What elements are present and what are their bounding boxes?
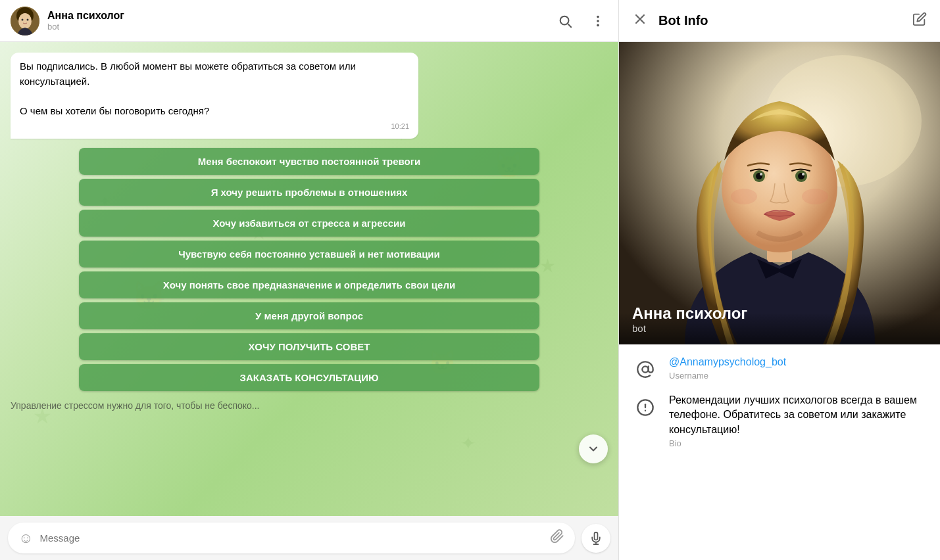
svg-point-3 xyxy=(22,18,24,20)
mic-button[interactable] xyxy=(581,524,610,553)
partial-message: Управление стрессом нужно для того, чтоб… xyxy=(0,395,618,413)
attach-button[interactable] xyxy=(550,529,564,547)
chat-panel: Анна психолог bot 🐱 🐱 xyxy=(0,0,618,560)
chat-body: 🐱 🐱 🐱 🐱 🐱 ★ ★ ★ ✦ ✦ ✦ Вы подписались. В … xyxy=(0,42,618,516)
svg-point-39 xyxy=(642,366,648,372)
bio-label: Bio xyxy=(669,438,927,448)
bio-row: Рекомендации лучших психологов всегда в … xyxy=(632,393,927,448)
svg-point-37 xyxy=(731,189,757,204)
info-panel-title: Bot Info xyxy=(658,13,902,28)
username-block: @Annamypsycholog_bot Username xyxy=(669,355,927,381)
chat-header-info: Анна психолог bot xyxy=(47,10,555,32)
info-header: Bot Info xyxy=(619,0,940,42)
svg-point-8 xyxy=(597,20,599,22)
scroll-down-button[interactable] xyxy=(579,434,608,463)
bot-info-panel: Bot Info xyxy=(618,0,940,560)
username-row: @Annamypsycholog_bot Username xyxy=(632,355,927,383)
info-icon xyxy=(632,394,658,421)
bot-option-3[interactable]: Хочу избавиться от стресса и агрессии xyxy=(79,210,539,237)
bio-text: Рекомендации лучших психологов всегда в … xyxy=(669,393,927,437)
svg-point-36 xyxy=(802,173,804,175)
message-text-1: Вы подписались. В любой момент вы можете… xyxy=(20,59,409,89)
bot-image-container: Анна психолог bot xyxy=(619,42,940,344)
more-button[interactable] xyxy=(588,11,608,31)
username-label: Username xyxy=(669,371,927,381)
bot-option-1[interactable]: Меня беспокоит чувство постоянной тревог… xyxy=(79,148,539,175)
bio-block: Рекомендации лучших психологов всегда в … xyxy=(669,393,927,448)
info-details: @Annamypsycholog_bot Username Рекомендац… xyxy=(619,344,940,459)
bot-option-2[interactable]: Я хочу решить проблемы в отношениях xyxy=(79,179,539,206)
at-icon xyxy=(632,356,658,383)
username-text[interactable]: @Annamypsycholog_bot xyxy=(669,355,927,369)
bot-image-name: Анна психолог xyxy=(632,304,927,323)
svg-text:✦: ✦ xyxy=(460,433,476,454)
message-text-2: О чем вы хотели бы поговорить сегодня? xyxy=(20,104,409,119)
svg-point-2 xyxy=(18,13,32,29)
message-input-box: ☺ xyxy=(8,523,575,553)
message-time: 10:21 xyxy=(20,121,409,132)
bot-option-4[interactable]: Чувствую себя постоянно уставшей и нет м… xyxy=(79,241,539,268)
bot-option-5[interactable]: Хочу понять свое предназначение и опреде… xyxy=(79,271,539,298)
bot-option-8[interactable]: ЗАКАЗАТЬ КОНСУЛЬТАЦИЮ xyxy=(79,364,539,391)
edit-button[interactable] xyxy=(912,12,927,30)
bot-option-6[interactable]: У меня другой вопрос xyxy=(79,302,539,329)
avatar xyxy=(11,7,39,35)
chat-sub: bot xyxy=(47,22,555,32)
emoji-button[interactable]: ☺ xyxy=(18,530,33,547)
chat-name: Анна психолог xyxy=(47,10,555,22)
svg-point-9 xyxy=(597,24,599,26)
svg-line-6 xyxy=(568,24,571,27)
message-input[interactable] xyxy=(39,532,543,544)
bot-image-sub: bot xyxy=(632,323,927,334)
chat-input-area: ☺ xyxy=(0,516,618,560)
chat-header: Анна психолог bot xyxy=(0,0,618,42)
chat-header-icons xyxy=(555,11,608,31)
chat-messages: Вы подписались. В любой момент вы можете… xyxy=(0,42,618,144)
svg-point-7 xyxy=(597,15,599,18)
bot-option-7[interactable]: ХОЧУ ПОЛУЧИТЬ СОВЕТ xyxy=(79,333,539,360)
bot-image-overlay: Анна психолог bot xyxy=(619,291,940,344)
svg-point-35 xyxy=(760,173,762,175)
svg-point-38 xyxy=(802,189,828,204)
bot-buttons: Меня беспокоит чувство постоянной тревог… xyxy=(0,144,618,395)
svg-point-4 xyxy=(27,18,29,20)
search-button[interactable] xyxy=(555,11,575,31)
message-bubble: Вы подписались. В любой момент вы можете… xyxy=(11,53,418,139)
close-button[interactable] xyxy=(632,11,648,31)
